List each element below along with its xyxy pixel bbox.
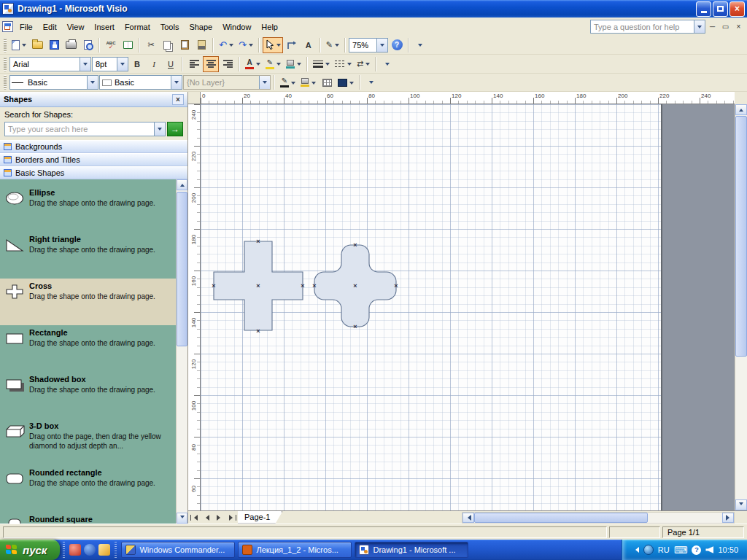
new-document-button[interactable]	[9, 37, 28, 53]
print-preview-button[interactable]	[80, 37, 96, 53]
fill-color-button[interactable]	[284, 56, 303, 72]
document-icon[interactable]	[2, 21, 13, 32]
menu-format[interactable]: Format	[120, 20, 155, 34]
doc-close-button[interactable]: ×	[732, 21, 745, 32]
page-tab[interactable]: Page-1	[238, 511, 282, 524]
doc-minimize-button[interactable]: ─	[706, 21, 719, 32]
tray-collapse-icon[interactable]	[632, 547, 639, 553]
pointer-dropdown-icon[interactable]	[276, 44, 281, 49]
format-painter-button[interactable]	[193, 37, 209, 53]
font-color-button[interactable]: A	[243, 56, 263, 72]
horizontal-scrollbar[interactable]	[462, 512, 735, 524]
undo-dropdown-icon[interactable]	[229, 44, 233, 49]
zoom-combo[interactable]: 75%	[349, 38, 388, 52]
task-button-lecture[interactable]: Лекция_1_2 - Micros...	[238, 542, 352, 558]
layer-dropdown[interactable]	[259, 76, 270, 89]
stencil-section-backgrounds[interactable]: Backgrounds	[0, 140, 187, 153]
undo-button[interactable]: ↶	[217, 37, 236, 53]
save-button[interactable]	[46, 37, 62, 53]
last-page-button[interactable]	[225, 512, 238, 524]
quick-launch-icon-3[interactable]	[98, 544, 110, 556]
help-question-dropdown[interactable]	[694, 20, 705, 33]
start-button[interactable]: пуск	[0, 540, 60, 560]
shape-item-rounded-rectangle[interactable]: Rounded rectangle Drag the shape onto th…	[0, 465, 176, 512]
fill-style-dropdown[interactable]	[171, 76, 182, 89]
paste-button[interactable]	[177, 37, 193, 53]
zoom-dropdown[interactable]	[376, 39, 387, 52]
previous-page-button[interactable]	[201, 512, 213, 524]
help-question-box[interactable]: Type a question for help	[590, 20, 705, 34]
menu-file[interactable]: File	[15, 20, 38, 34]
copy-button[interactable]	[160, 37, 176, 53]
quick-launch-icon-1[interactable]	[69, 544, 81, 556]
stencil-section-borders-titles[interactable]: Borders and Titles	[0, 153, 187, 166]
toolbar-grip[interactable]	[4, 38, 7, 52]
toolbar-grip[interactable]	[4, 75, 7, 90]
fill-style-combo[interactable]: Basic	[99, 75, 182, 90]
drawing-page[interactable]: × × × × × × × × × ×	[201, 104, 662, 510]
menu-window[interactable]: Window	[217, 20, 256, 34]
align-center-button[interactable]	[203, 56, 219, 72]
drawing-viewport[interactable]: × × × × × × × × × ×	[201, 104, 735, 510]
font-name-combo[interactable]: Arial	[9, 57, 91, 71]
close-button[interactable]: ×	[729, 1, 745, 17]
line-color-button[interactable]: ✎	[278, 74, 298, 90]
pointer-tool-button[interactable]	[263, 37, 283, 53]
shape-item-rounded-square[interactable]: Rounded square	[0, 512, 176, 524]
scrollbar-thumb[interactable]	[735, 116, 747, 357]
scroll-right-button[interactable]	[722, 513, 734, 523]
spelling-button[interactable]: ABC✓	[103, 37, 119, 53]
vertical-scrollbar[interactable]	[735, 104, 747, 510]
line-ends-dropdown-icon[interactable]	[365, 63, 370, 68]
doc-restore-button[interactable]: ▭	[719, 21, 732, 32]
shape-item-rectangle[interactable]: Rectangle Drag the shape onto the drawin…	[0, 325, 176, 372]
keyboard-icon[interactable]: ⌨	[674, 545, 688, 555]
menu-insert[interactable]: Insert	[89, 20, 120, 34]
taskbar-grip[interactable]	[115, 542, 117, 558]
quick-launch-icon-2[interactable]	[84, 544, 96, 556]
fill-color-dropdown-icon[interactable]	[297, 63, 301, 68]
volume-icon[interactable]	[705, 546, 713, 553]
line-color-dropdown-icon[interactable]	[291, 82, 295, 87]
shape-item-cross[interactable]: Cross Drag the shape onto the drawing pa…	[0, 279, 176, 325]
highlight-button[interactable]: ✎	[263, 56, 283, 72]
task-button-windows-commander[interactable]: Windows Commander...	[121, 542, 235, 558]
first-page-button[interactable]	[188, 512, 201, 524]
shape-item-3d-box[interactable]: 3-D box Drag onto the page, then drag th…	[0, 419, 176, 465]
toolbar-grip[interactable]	[4, 57, 7, 71]
research-button[interactable]	[120, 37, 136, 53]
shadow-color-dropdown-icon[interactable]	[349, 82, 354, 87]
shape-search-dropdown[interactable]	[154, 122, 165, 136]
menu-tools[interactable]: Tools	[155, 20, 185, 34]
shapes-scrollbar[interactable]	[176, 179, 187, 524]
drawing-tools-button[interactable]: ✎	[324, 37, 341, 53]
line-weight-dropdown-icon[interactable]	[325, 63, 330, 68]
minimize-button[interactable]	[696, 1, 711, 17]
line-ends-button[interactable]: ⇄	[355, 56, 372, 72]
line-pattern-button[interactable]	[333, 56, 354, 72]
redo-dropdown-icon[interactable]	[249, 44, 253, 49]
scroll-up-button[interactable]	[177, 179, 187, 190]
next-page-button[interactable]	[213, 512, 225, 524]
shapes-panel-close-button[interactable]: ×	[172, 94, 184, 105]
drawing-tools-dropdown-icon[interactable]	[335, 44, 339, 49]
tray-help-icon[interactable]: ?	[692, 545, 701, 555]
align-left-button[interactable]	[186, 56, 202, 72]
scrollbar-thumb[interactable]	[474, 513, 648, 523]
task-button-visio[interactable]: Drawing1 - Microsoft ...	[355, 542, 468, 558]
bold-button[interactable]: B	[129, 56, 145, 72]
font-name-dropdown[interactable]	[80, 58, 90, 71]
font-size-combo[interactable]: 8pt	[92, 57, 128, 71]
menu-help[interactable]: Help	[256, 20, 283, 34]
shape-item-right-triangle[interactable]: Right triangle Drag the shape onto the d…	[0, 232, 176, 279]
scrollbar-thumb[interactable]	[177, 192, 187, 346]
font-color-dropdown-icon[interactable]	[256, 63, 260, 68]
open-button[interactable]	[29, 37, 45, 53]
toolbar-options-button[interactable]	[379, 56, 395, 72]
pattern-grid-button[interactable]	[319, 74, 335, 90]
scroll-up-button[interactable]	[735, 104, 747, 115]
fill-pattern-button[interactable]	[298, 74, 318, 90]
line-style-dropdown[interactable]	[87, 76, 98, 89]
highlight-dropdown-icon[interactable]	[276, 63, 281, 68]
tray-app-icon[interactable]	[643, 545, 654, 555]
